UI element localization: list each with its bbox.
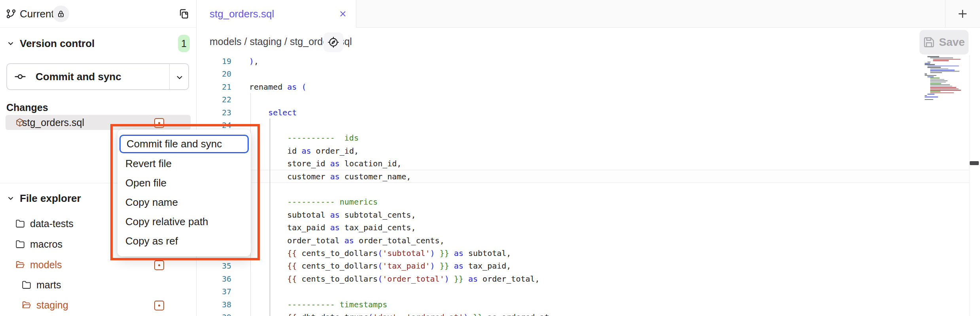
minimap-line: [927, 94, 935, 95]
save-label: Save: [939, 36, 965, 49]
editor-pane: stg_orders.sql models / staging / stg_or…: [197, 0, 980, 316]
context-menu-item[interactable]: Open file: [117, 173, 251, 193]
folder-open-icon: [15, 260, 25, 270]
tree-item-models[interactable]: models: [15, 257, 62, 273]
duplicate-branch-icon[interactable]: [178, 8, 190, 20]
context-menu-item[interactable]: Revert file: [117, 154, 251, 173]
ide-window: Current Version control 1 Commit and syn…: [0, 0, 980, 316]
tab-label: stg_orders.sql: [210, 0, 274, 28]
line-number: 38: [197, 298, 231, 311]
breadcrumb-bar: models / staging / stg_orders.sql Save: [197, 28, 980, 55]
changes-count-badge: 1: [178, 35, 190, 52]
line-number: 22: [197, 93, 231, 106]
git-branch-icon: [6, 8, 17, 19]
minimap-line: [927, 67, 941, 68]
new-tab-plus-icon[interactable]: [957, 8, 969, 20]
minimap-line: [930, 83, 941, 84]
context-menu-item[interactable]: Copy as ref: [117, 231, 251, 251]
minimap-line: [930, 91, 940, 92]
minimap-line: [930, 79, 944, 80]
minimap-line: [927, 66, 959, 67]
tree-item-data-tests[interactable]: data-tests: [15, 216, 74, 231]
code-line: subtotal as subtotal_cents,: [249, 209, 416, 221]
chevron-down-icon[interactable]: [6, 39, 15, 48]
minimap-line: [930, 80, 948, 81]
section-file-explorer[interactable]: File explorer: [20, 192, 81, 205]
line-number: 36: [197, 273, 231, 285]
minimap-line: [925, 95, 927, 96]
minimap-line: [925, 96, 938, 98]
tree-item-label: models: [30, 259, 62, 271]
minimap-line: [927, 62, 931, 63]
line-number: 19: [197, 55, 231, 68]
code-line: ---------- ids: [249, 132, 359, 144]
minimap-line: [930, 92, 954, 94]
save-floppy-icon: [923, 36, 935, 48]
line-number: 23: [197, 106, 231, 119]
model-cube-icon: [15, 118, 25, 127]
lineage-button[interactable]: [324, 32, 343, 52]
folder-closed-icon: [21, 280, 32, 290]
minimap-line: [933, 60, 949, 61]
code-line: select: [249, 106, 297, 119]
minimap-line: [927, 76, 934, 77]
tree-item-label: staging: [36, 299, 68, 311]
code-line: {{ cents_to_dollars('order_total') }} as…: [249, 273, 540, 285]
code-line: ---------- timestamps: [249, 298, 387, 311]
tab-stg-orders[interactable]: stg_orders.sql: [197, 0, 356, 28]
divider: [969, 55, 970, 316]
lock-icon: [57, 9, 65, 18]
minimap-line: [925, 73, 927, 75]
section-version-control[interactable]: Version control: [20, 38, 95, 50]
modified-folder-badge: [154, 260, 164, 270]
code-line: customer as customer_name,: [249, 170, 411, 183]
code-line: order_total as order_total_cents,: [249, 234, 445, 247]
tree-item-macros[interactable]: macros: [15, 236, 62, 252]
line-number: 37: [197, 285, 231, 298]
code-line: ---------- numerics: [249, 196, 378, 208]
tree-item-staging[interactable]: staging: [21, 297, 68, 313]
minimap-line: [930, 77, 940, 79]
line-number: 21: [197, 81, 231, 93]
save-button[interactable]: Save: [919, 30, 969, 55]
minimap-line: [925, 63, 930, 64]
minimap[interactable]: [925, 56, 969, 102]
context-menu-item[interactable]: Copy name: [117, 193, 251, 212]
folder-open-icon: [21, 300, 32, 310]
tree-item-label: marts: [36, 279, 61, 291]
tree-item-marts[interactable]: marts: [21, 277, 61, 293]
minimap-line: [930, 57, 953, 58]
code-line: {{ cents_to_dollars('tax_paid') }} as ta…: [249, 260, 511, 272]
minimap-line: [930, 84, 950, 85]
minimap-line: [927, 56, 939, 57]
context-menu-item[interactable]: Commit file and sync: [119, 135, 249, 153]
minimap-line: [925, 75, 936, 76]
minimap-line: [933, 59, 961, 60]
code-line: {{ cents_to_dollars('subtotal') }} as su…: [249, 247, 511, 260]
tab-bar: stg_orders.sql: [197, 0, 980, 28]
line-number: 35: [197, 260, 231, 272]
modified-file-badge: [154, 118, 164, 128]
changes-heading: Changes: [6, 102, 48, 113]
code-editor[interactable]: 19),2021renamed as (2223 select2425 ----…: [197, 55, 980, 316]
context-menu: Commit file and syncRevert fileOpen file…: [117, 130, 251, 256]
context-menu-item[interactable]: Copy relative path: [117, 212, 251, 231]
minimap-line: [930, 82, 946, 83]
minimap-line: [930, 71, 959, 72]
divider: [945, 0, 946, 28]
folder-closed-icon: [15, 239, 25, 249]
branch-locked-badge: [53, 6, 69, 22]
panel-resize-handle[interactable]: [970, 161, 979, 165]
commit-and-sync-button[interactable]: Commit and sync: [6, 63, 189, 90]
minimap-line: [930, 87, 956, 88]
button-divider: [169, 64, 170, 89]
chevron-down-icon[interactable]: [6, 194, 15, 203]
minimap-line: [930, 72, 942, 73]
line-number: 20: [197, 68, 231, 80]
minimap-line: [930, 70, 955, 71]
close-tab-icon[interactable]: [338, 9, 348, 19]
commit-options-chevron-icon[interactable]: [175, 73, 184, 82]
line-number: 39: [197, 311, 231, 316]
minimap-line: [930, 90, 961, 91]
tree-item-label: data-tests: [30, 218, 74, 229]
